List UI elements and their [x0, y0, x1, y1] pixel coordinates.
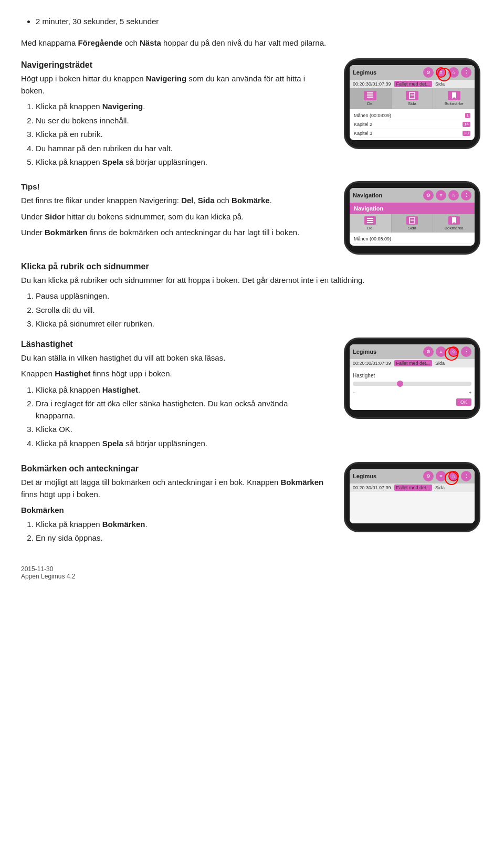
phone1-time: 00:20:30/01:07:39	[353, 81, 391, 87]
phone2-tab-del[interactable]: Del	[350, 214, 392, 233]
klicka-steps: Pausa uppläsningen. Scrolla dit du vill.…	[36, 290, 483, 330]
phone2-screen: Navigation ⚙ ≡ ☆ ⋮ Navigation	[350, 188, 475, 246]
tips-p3-bold: Bokmärken	[45, 228, 88, 237]
phone4: Legimus ⚙ ≡ ☆ ⋮ 00:20:30/01:07:39 Fallet…	[344, 462, 480, 532]
phone2-tab-sida-label: Sida	[408, 226, 416, 230]
tips-p1-bold3: Bokmärke	[232, 196, 270, 205]
intro-bold-nasta: Nästa	[140, 38, 161, 47]
tips-p2-mid: hittar du bokens sidnummer, som du kan k…	[65, 212, 244, 221]
step-item: Scrolla dit du vill.	[36, 304, 483, 317]
phone3-sida: Sida	[435, 361, 445, 366]
intro-bold-foregaende: Föregående	[78, 38, 122, 47]
phone2-icon-nav: ≡	[436, 190, 446, 201]
footer-app: Appen Legimus 4.2	[21, 573, 75, 580]
hastighet-desc2-start: Knappen	[21, 369, 55, 378]
hastighet-steps: Klicka på knappen Hastighet. Dra i regla…	[36, 384, 329, 450]
phone4-icon-bookmark: ☆	[448, 471, 459, 481]
bokmarken-desc1-end: finns högt upp i boken.	[21, 490, 100, 499]
phone2-tab-sida-icon	[406, 216, 418, 225]
phone3-fallet: Fallet med det...	[394, 360, 433, 366]
phone3-appbar: Legimus ⚙ ≡ ☆ ⋮	[350, 344, 475, 359]
phone4-icons: ⚙ ≡ ☆ ⋮	[423, 471, 471, 481]
phone2-wrap: Navigation ⚙ ≡ ☆ ⋮ Navigation	[344, 181, 480, 255]
tips-p1-comma: ,	[194, 196, 198, 205]
section-nav-heading: Navigeringsträdet	[21, 60, 329, 70]
phone1-tab-del-icon	[364, 91, 376, 100]
tips-p3-end: finns de bokmärken och anteckningar du h…	[88, 228, 300, 237]
phone1-icon-bookmark: ☆	[448, 67, 459, 78]
phone1-tab-bokmarke-icon	[448, 91, 460, 100]
step-text: Klicka på knappen	[36, 520, 102, 529]
step-end: så börjar uppläsningen.	[123, 439, 207, 448]
tips-p1-bold2: Sida	[198, 196, 215, 205]
phone3-speed-slow: −	[353, 390, 355, 395]
phone4-screen: Legimus ⚙ ≡ ☆ ⋮ 00:20:30/01:07:39 Fallet…	[350, 469, 475, 523]
hastighet-desc2-end: finns högt upp i boken.	[91, 369, 172, 378]
step-text: Klicka på knappen	[36, 439, 102, 448]
phone1-container: Legimus ⚙ ≡ ☆ ⋮ 00:20:30/01:07:39 Fallet…	[341, 58, 483, 149]
phone3-ok-label: OK	[456, 398, 471, 406]
section-navigeringstradet: Navigeringsträdet Högt upp i boken hitta…	[21, 58, 483, 174]
svg-rect-8	[367, 222, 373, 223]
intro-paragraph: Med knapparna Föregående och Nästa hoppa…	[21, 37, 483, 49]
phone1-tab-sida[interactable]: Sida	[392, 88, 434, 109]
tips-p2: Under Sidor hittar du bokens sidnummer, …	[21, 211, 329, 223]
step-item: Klicka på sidnumret eller rubriken.	[36, 318, 483, 330]
list-item-title: Kapitel 3	[354, 131, 372, 136]
bokmarken-sub-heading: Bokmärken	[21, 504, 329, 517]
hastighet-heading: Läshastighet	[21, 340, 329, 349]
step-item: Klicka på knappen Bokmärken.	[36, 519, 329, 531]
phone1-icons: ⚙ ≡ ☆ ⋮	[423, 67, 471, 78]
phone1-wrap: Legimus ⚙ ≡ ☆ ⋮ 00:20:30/01:07:39 Fallet…	[344, 58, 480, 149]
step-text: Klicka på knappen	[36, 102, 102, 111]
phone3-speed-slider[interactable]	[353, 382, 471, 386]
phone1-appbar: Legimus ⚙ ≡ ☆ ⋮	[350, 65, 475, 80]
phone2-tab-sida[interactable]: Sida	[392, 214, 434, 233]
phone2-icons: ⚙ ≡ ☆ ⋮	[423, 190, 471, 201]
phone3-icons: ⚙ ≡ ☆ ⋮	[423, 346, 471, 357]
phone3-speed-content: Hastighet − + OK	[350, 367, 475, 410]
phone4-container: Legimus ⚙ ≡ ☆ ⋮ 00:20:30/01:07:39 Fallet…	[341, 462, 483, 532]
tips-text: Tips! Det finns tre flikar under knappen…	[21, 181, 329, 243]
step-text: Klicka på knappen	[36, 157, 102, 166]
step-item: En ny sida öppnas.	[36, 532, 329, 544]
phone2: Navigation ⚙ ≡ ☆ ⋮ Navigation	[344, 181, 480, 255]
phone2-icon-more: ⋮	[461, 190, 471, 201]
svg-rect-0	[367, 92, 373, 93]
step-item: Du hamnar på den rubriken du har valt.	[36, 143, 329, 155]
tips-p3: Under Bokmärken finns de bokmärken och a…	[21, 227, 329, 239]
phone1-tab-del-label: Del	[367, 101, 373, 106]
phone2-container: Navigation ⚙ ≡ ☆ ⋮ Navigation	[341, 181, 483, 255]
list-item-page: 14	[463, 122, 470, 127]
phone4-appbar: Legimus ⚙ ≡ ☆ ⋮	[350, 469, 475, 483]
tips-p1-end: .	[270, 196, 272, 205]
phone4-info: 00:20:30/01:07:39 Fallet med det... Sida	[350, 483, 475, 492]
list-item: Kapitel 3 28	[353, 129, 471, 138]
phone4-icon-more: ⋮	[461, 471, 471, 481]
phone3-icon-bookmark: ☆	[448, 346, 459, 357]
step-end: .	[138, 385, 140, 394]
tips-p3-start: Under	[21, 228, 45, 237]
intro-text-prefix: Med knapparna	[21, 38, 78, 47]
phone1-tab-del[interactable]: Del	[350, 88, 392, 109]
section-tips: Tips! Det finns tre flikar under knappen…	[21, 181, 483, 255]
step-end: .	[143, 102, 145, 111]
tips-p2-bold: Sidor	[45, 212, 65, 221]
phone1-icon-settings: ⚙	[423, 67, 434, 78]
section-nav-desc: Högt upp i boken hittar du knappen Navig…	[21, 73, 329, 97]
phone1-content-list: Månen (00:08:09) 1 Kapitel 2 14 Kapitel …	[350, 109, 475, 140]
phone3-ok-button[interactable]: OK	[353, 399, 471, 405]
svg-rect-5	[411, 96, 414, 96]
bokmarken-desc1-bold: Bokmärken	[280, 478, 323, 487]
intro-text: Med knapparna Föregående och Nästa hoppa…	[21, 37, 483, 49]
step-item: Klicka på knappen Hastighet.	[36, 384, 329, 396]
phone1-tab-bokmarke[interactable]: Bokmärke	[433, 88, 475, 109]
step-item: Klicka på knappen Spela så börjar uppläs…	[36, 156, 329, 169]
svg-rect-11	[411, 220, 414, 221]
list-item: Månen (00:08:09) 1	[353, 111, 471, 120]
svg-rect-6	[367, 218, 373, 219]
phone4-content	[350, 492, 475, 523]
phone2-tab-bokmarke[interactable]: Bokmärka	[433, 214, 475, 233]
step-bold: Spela	[102, 157, 123, 166]
step-item: Klicka på knappen Spela så börjar uppläs…	[36, 438, 329, 450]
